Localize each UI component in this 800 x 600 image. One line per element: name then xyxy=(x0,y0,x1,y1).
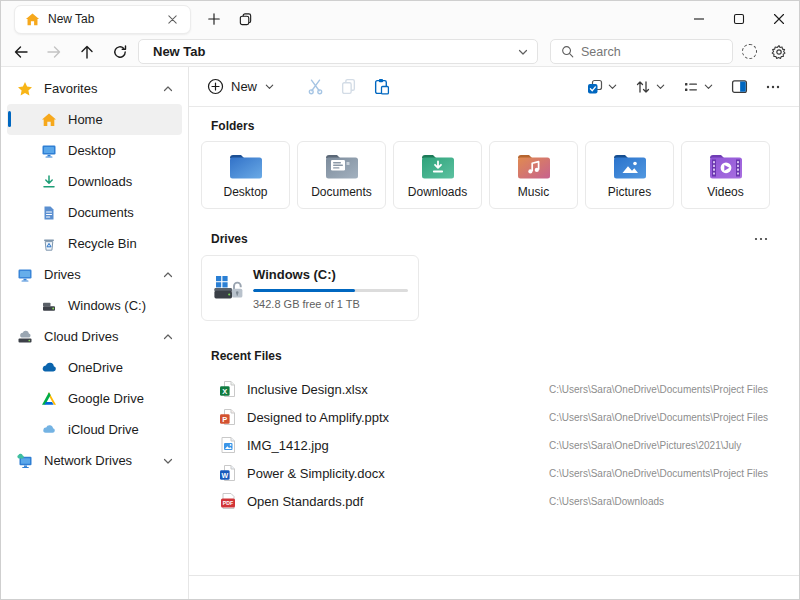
toolbar: New xyxy=(189,67,799,107)
cut-icon[interactable] xyxy=(307,78,324,95)
search-input[interactable]: Search xyxy=(550,39,733,64)
search-placeholder: Search xyxy=(581,45,621,59)
sidebar-item-home[interactable]: Home xyxy=(7,104,182,135)
settings-gear-icon[interactable] xyxy=(771,44,787,60)
star-icon xyxy=(17,81,33,97)
account-icon[interactable] xyxy=(742,44,757,59)
file-explorer-window: New Tab xyxy=(0,0,800,600)
recycle-bin-icon xyxy=(41,236,57,252)
pdf-file-icon: PDF xyxy=(219,492,237,510)
tab-close-icon[interactable] xyxy=(162,9,182,29)
maximize-button[interactable] xyxy=(719,2,759,36)
folder-card-downloads[interactable]: Downloads xyxy=(393,141,482,209)
desktop-folder-icon xyxy=(228,151,264,181)
folder-card-videos[interactable]: Videos xyxy=(681,141,770,209)
chevron-up-icon[interactable] xyxy=(162,83,174,95)
documents-folder-icon xyxy=(324,151,360,181)
folder-card-music[interactable]: Music xyxy=(489,141,578,209)
refresh-button[interactable] xyxy=(106,38,134,66)
onedrive-cloud-icon xyxy=(41,360,57,376)
search-icon xyxy=(561,45,574,58)
folder-card-desktop[interactable]: Desktop xyxy=(201,141,290,209)
sidebar-item-recycle-bin[interactable]: Recycle Bin xyxy=(7,228,182,259)
paste-icon[interactable] xyxy=(373,78,390,95)
downloads-folder-icon xyxy=(420,151,456,181)
sidebar-section-network-drives[interactable]: Network Drives xyxy=(7,445,182,476)
svg-text:PDF: PDF xyxy=(223,500,233,506)
titlebar: New Tab xyxy=(1,1,799,37)
monitor-icon xyxy=(41,143,57,159)
sort-button[interactable] xyxy=(631,76,670,98)
svg-text:P: P xyxy=(222,415,227,424)
word-file-icon: W xyxy=(219,464,237,482)
more-options-icon[interactable] xyxy=(761,76,785,98)
pictures-folder-icon xyxy=(612,151,648,181)
sidebar-item-windows-c[interactable]: Windows (C:) xyxy=(7,290,182,321)
details-pane-icon[interactable] xyxy=(727,75,752,98)
sidebar-section-favorites[interactable]: Favorites xyxy=(7,73,182,104)
recent-file-row[interactable]: IMG_1412.jpg C:\Users\Sara\OneDrive\Pict… xyxy=(201,431,787,459)
new-button[interactable]: New xyxy=(201,74,281,99)
sidebar-item-icloud-drive[interactable]: iCloud Drive xyxy=(7,414,182,445)
up-button[interactable] xyxy=(73,38,101,66)
chevron-down-icon xyxy=(655,81,666,92)
chevron-down-icon[interactable] xyxy=(162,455,174,467)
hard-drive-icon xyxy=(41,298,57,314)
drive-usage-bar xyxy=(253,289,408,292)
chevron-down-icon xyxy=(607,81,618,92)
sidebar: Favorites Home Desktop xyxy=(1,67,189,599)
tab-new-tab[interactable]: New Tab xyxy=(14,5,191,34)
home-content: Folders Desktop Documents Downloads xyxy=(189,107,799,575)
svg-text:W: W xyxy=(221,472,228,479)
folder-card-pictures[interactable]: Pictures xyxy=(585,141,674,209)
drives-monitor-icon xyxy=(17,267,33,283)
address-text: New Tab xyxy=(153,44,517,59)
drives-more-icon[interactable] xyxy=(753,231,769,247)
select-button[interactable] xyxy=(583,76,622,98)
powerpoint-file-icon: P xyxy=(219,408,237,426)
address-dropdown-chevron-icon[interactable] xyxy=(517,46,529,58)
music-folder-icon xyxy=(516,151,552,181)
chevron-down-icon xyxy=(264,81,275,92)
sidebar-section-drives[interactable]: Drives xyxy=(7,259,182,290)
chevron-down-icon xyxy=(703,81,714,92)
sidebar-item-google-drive[interactable]: Google Drive xyxy=(7,383,182,414)
videos-folder-icon xyxy=(708,151,744,181)
new-tab-button[interactable] xyxy=(200,5,228,33)
selection-indicator xyxy=(8,111,11,127)
address-bar[interactable]: New Tab xyxy=(138,39,538,64)
status-bar xyxy=(189,575,799,599)
folders-grid: Desktop Documents Downloads Music xyxy=(201,141,787,209)
navigation-bar: New Tab Search xyxy=(1,37,799,67)
sidebar-item-documents[interactable]: Documents xyxy=(7,197,182,228)
folder-card-documents[interactable]: Documents xyxy=(297,141,386,209)
view-layout-button[interactable] xyxy=(679,76,718,98)
sidebar-section-cloud-drives[interactable]: Cloud Drives xyxy=(7,321,182,352)
sidebar-item-desktop[interactable]: Desktop xyxy=(7,135,182,166)
recent-file-row[interactable]: W Power & Simplicity.docx C:\Users\Sara\… xyxy=(201,459,787,487)
back-button[interactable] xyxy=(7,38,35,66)
tab-overview-icon[interactable] xyxy=(231,5,259,33)
home-icon xyxy=(41,112,57,128)
close-button[interactable] xyxy=(759,2,799,36)
document-icon xyxy=(41,205,57,221)
recent-files-list: X Inclusive Design.xlsx C:\Users\Sara\On… xyxy=(201,375,787,515)
drive-card-windows-c[interactable]: Windows (C:) 342.8 GB free of 1 TB xyxy=(201,255,419,321)
drive-name: Windows (C:) xyxy=(253,267,408,282)
chevron-up-icon[interactable] xyxy=(162,331,174,343)
copy-icon[interactable] xyxy=(340,78,357,95)
recent-file-row[interactable]: PDF Open Standards.pdf C:\Users\Sara\Dow… xyxy=(201,487,787,515)
tab-title: New Tab xyxy=(48,12,162,26)
bitlocker-drive-icon xyxy=(212,267,244,309)
drive-usage-bar-fill xyxy=(253,289,355,292)
recent-file-row[interactable]: X Inclusive Design.xlsx C:\Users\Sara\On… xyxy=(201,375,787,403)
forward-button[interactable] xyxy=(40,38,68,66)
recent-file-row[interactable]: P Designed to Amplify.pptx C:\Users\Sara… xyxy=(201,403,787,431)
sidebar-item-onedrive[interactable]: OneDrive xyxy=(7,352,182,383)
excel-file-icon: X xyxy=(219,380,237,398)
home-icon xyxy=(25,12,40,27)
chevron-up-icon[interactable] xyxy=(162,269,174,281)
minimize-button[interactable] xyxy=(679,2,719,36)
sidebar-item-downloads[interactable]: Downloads xyxy=(7,166,182,197)
cloud-drive-icon xyxy=(17,329,33,345)
